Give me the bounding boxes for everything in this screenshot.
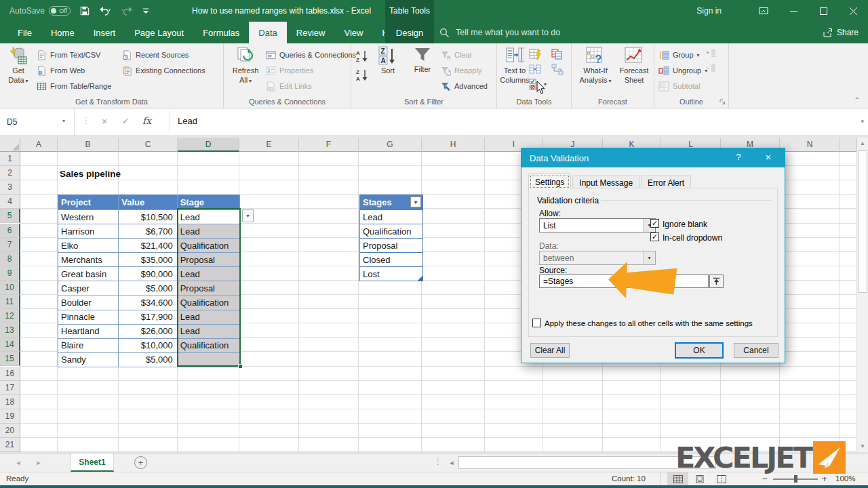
row-header-6[interactable]: 6: [0, 224, 20, 238]
pipeline-cell[interactable]: Boulder: [58, 296, 119, 310]
maximize-button[interactable]: [808, 0, 838, 22]
row-header-15[interactable]: 15: [0, 352, 20, 366]
stages-cell[interactable]: Qualification: [360, 224, 422, 238]
what-if-analysis-button[interactable]: ? What-If Analysis▾: [576, 46, 615, 85]
pipeline-cell[interactable]: [178, 353, 239, 367]
row-header-7[interactable]: 7: [0, 238, 20, 252]
enter-entry-button[interactable]: ✓: [122, 116, 130, 126]
redo-button[interactable]: [121, 0, 133, 22]
pipeline-cell[interactable]: Lead: [178, 224, 239, 238]
tab-review[interactable]: Review: [287, 22, 335, 43]
row-header-2[interactable]: 2: [0, 166, 20, 180]
zoom-level[interactable]: 100%: [835, 474, 855, 483]
column-header-H[interactable]: H: [422, 138, 485, 152]
sheet-tab-sheet1[interactable]: Sheet1: [71, 453, 114, 472]
in-cell-dropdown-button[interactable]: ▾: [242, 209, 254, 222]
pipeline-cell[interactable]: Qualification: [178, 239, 239, 252]
column-header-partial[interactable]: [840, 138, 856, 152]
stages-filter-button[interactable]: ▾: [410, 197, 421, 207]
collapse-dialog-button[interactable]: [709, 274, 724, 288]
row-header-13[interactable]: 13: [0, 323, 20, 338]
tab-data[interactable]: Data: [249, 22, 286, 43]
apply-all-checkbox[interactable]: [532, 319, 541, 327]
sheet-nav-previous-button[interactable]: ◄: [9, 453, 27, 472]
pipeline-cell[interactable]: $6,700: [119, 224, 177, 238]
pipeline-cell[interactable]: Harrison: [58, 224, 119, 238]
new-sheet-button[interactable]: +: [134, 456, 147, 469]
pipeline-cell[interactable]: Merchants: [58, 253, 119, 266]
tab-formulas[interactable]: Formulas: [193, 22, 249, 43]
row-header-11[interactable]: 11: [0, 295, 20, 309]
select-all-corner[interactable]: [0, 138, 20, 152]
vertical-scrollbar-thumb[interactable]: [858, 150, 867, 293]
column-header-E[interactable]: E: [239, 138, 299, 152]
name-box-dropdown-arrow[interactable]: ▾: [62, 118, 65, 124]
remove-duplicates-button[interactable]: [551, 49, 564, 60]
ok-button[interactable]: OK: [675, 342, 724, 359]
recent-sources-button[interactable]: Recent Sources: [122, 48, 189, 62]
dialog-tab-settings[interactable]: Settings: [528, 174, 571, 190]
forecast-sheet-button[interactable]: Forecast Sheet: [616, 46, 652, 85]
pipeline-cell[interactable]: $34,600: [119, 296, 177, 310]
dialog-help-button[interactable]: ?: [732, 152, 745, 162]
tab-view[interactable]: View: [334, 22, 372, 43]
column-header-D[interactable]: D: [178, 138, 239, 152]
properties-button[interactable]: Properties: [266, 64, 313, 77]
tab-file[interactable]: File: [8, 22, 41, 43]
pipeline-cell[interactable]: Proposal: [178, 281, 239, 295]
group-button[interactable]: Group▾: [658, 48, 700, 62]
tab-page-layout[interactable]: Page Layout: [125, 22, 193, 43]
row-header-3[interactable]: 3: [0, 180, 20, 195]
pipeline-cell[interactable]: $35,000: [119, 253, 177, 266]
row-header-18[interactable]: 18: [0, 395, 20, 409]
refresh-all-button[interactable]: Refresh All▾: [229, 46, 262, 85]
tab-home[interactable]: Home: [41, 22, 84, 43]
column-header-A[interactable]: A: [20, 138, 58, 152]
from-web-button[interactable]: From Web: [37, 64, 85, 77]
sheet-title-cell[interactable]: Sales pipeline: [60, 169, 121, 179]
scroll-down-arrow[interactable]: ▼: [857, 441, 868, 452]
row-header-5[interactable]: 5: [0, 209, 20, 223]
dialog-close-button[interactable]: ×: [762, 151, 775, 163]
filter-button[interactable]: Filter: [407, 46, 438, 75]
insert-function-button[interactable]: fx: [142, 115, 151, 126]
stages-cell[interactable]: Lost: [360, 266, 422, 281]
zoom-slider-thumb[interactable]: [794, 475, 797, 483]
tab-bar-splitter[interactable]: ⋮: [434, 457, 442, 466]
sort-button[interactable]: ZA Sort: [373, 46, 403, 76]
pipeline-cell[interactable]: $5,000: [119, 353, 177, 367]
save-button[interactable]: [80, 0, 90, 22]
formula-input[interactable]: Lead: [178, 116, 197, 126]
show-detail-button[interactable]: +: [706, 49, 717, 58]
sort-descending-button[interactable]: ZA: [355, 68, 369, 81]
column-header-F[interactable]: F: [299, 138, 359, 152]
existing-connections-button[interactable]: Existing Connections: [122, 64, 205, 77]
pipeline-cell[interactable]: $17,900: [119, 310, 177, 324]
flash-fill-button[interactable]: [529, 49, 542, 60]
pipeline-cell[interactable]: Proposal: [178, 253, 239, 266]
sign-in-button[interactable]: Sign in: [696, 6, 722, 16]
row-header-20[interactable]: 20: [0, 424, 20, 438]
autosave-toggle[interactable]: AutoSave Off: [9, 6, 71, 16]
ungroup-button[interactable]: Ungroup▾: [658, 64, 707, 77]
pipeline-cell[interactable]: $26,000: [119, 325, 177, 338]
scroll-left-arrow[interactable]: ◄: [446, 457, 457, 469]
clear-all-button[interactable]: Clear All: [530, 343, 570, 358]
pipeline-header-stage[interactable]: Stage: [178, 195, 239, 209]
row-header-10[interactable]: 10: [0, 281, 20, 295]
in-cell-dropdown-checkbox[interactable]: ✓: [650, 232, 659, 241]
pipeline-cell[interactable]: Pinnacle: [58, 310, 119, 324]
scroll-up-arrow[interactable]: ▲: [857, 138, 868, 149]
pipeline-cell[interactable]: Lead: [178, 267, 239, 281]
edit-links-button[interactable]: Edit Links: [266, 79, 312, 93]
row-header-21[interactable]: 21: [0, 438, 20, 452]
tab-insert[interactable]: Insert: [84, 22, 125, 43]
hide-detail-button[interactable]: −: [706, 64, 717, 73]
get-data-button[interactable]: Get Data▾: [3, 46, 33, 85]
tab-design[interactable]: Design: [385, 22, 434, 43]
expand-formula-bar-button[interactable]: ▾: [861, 118, 864, 125]
pipeline-cell[interactable]: Blaire: [58, 339, 119, 352]
pipeline-cell[interactable]: $5,000: [119, 281, 177, 295]
relationships-button[interactable]: [551, 64, 564, 75]
queries-connections-button[interactable]: Queries & Connections: [266, 48, 356, 62]
